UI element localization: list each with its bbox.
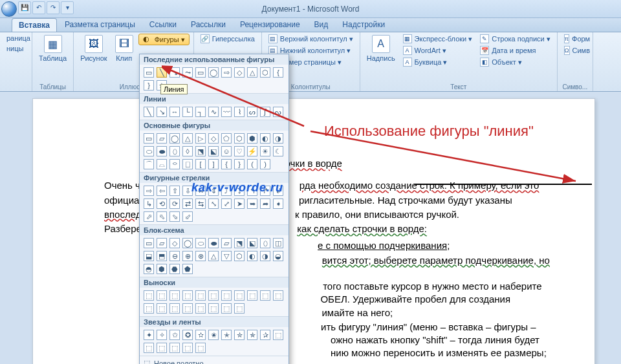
shape-c14[interactable]: ⬚ (169, 303, 180, 314)
shape-scrib2[interactable]: ᔓ (273, 107, 283, 117)
shape-s9[interactable]: ✯ (247, 330, 257, 340)
shape-f6[interactable]: ⬬ (208, 238, 219, 248)
shape-tri[interactable]: △ (247, 67, 257, 78)
page[interactable]: Использование фигуры "линия" ать строчки… (32, 98, 595, 364)
shape-b20[interactable]: ⚡ (247, 146, 257, 156)
shape-b30[interactable]: } (234, 159, 245, 169)
shape-b22[interactable]: ☾ (273, 146, 283, 156)
shape-f7[interactable]: ▱ (221, 238, 232, 248)
shape-b29[interactable]: { (221, 159, 232, 169)
shape-a17[interactable]: ⤡ (208, 198, 219, 209)
clip-button[interactable]: 🎞 Клип (113, 34, 136, 63)
shape-b10[interactable]: ◐ (260, 133, 270, 144)
new-canvas-button[interactable]: ⬚ Новое полотно (140, 356, 289, 364)
shape-c1[interactable]: ⬚ (144, 290, 154, 301)
shape-c18[interactable]: ⬚ (221, 303, 232, 314)
shape-c8[interactable]: ⬚ (234, 290, 245, 301)
shape-f24[interactable]: ⬢ (157, 264, 167, 274)
shape-line[interactable]: ╲ (157, 67, 167, 78)
shape-darrow[interactable]: ↔ (169, 107, 180, 117)
shape-b18[interactable]: ☺ (221, 146, 232, 156)
qat-customize-icon[interactable]: ▾ (61, 1, 74, 14)
office-button[interactable] (1, 1, 17, 17)
shape-a26[interactable]: ⬃ (182, 211, 193, 222)
shape-f9[interactable]: ⬕ (247, 238, 257, 248)
redo-icon[interactable]: ↷ (47, 1, 60, 14)
shape-diamond[interactable]: ◇ (234, 67, 245, 78)
shape-a22[interactable]: ➧ (273, 198, 283, 209)
shape-b11[interactable]: ◑ (273, 133, 283, 144)
dropcap-button[interactable]: AБуквица ▾ (400, 57, 475, 67)
shape-a19[interactable]: ➤ (234, 198, 245, 209)
shape-f13[interactable]: ⬒ (157, 251, 167, 261)
quickparts-button[interactable]: ▦Экспресс-блоки ▾ (400, 34, 475, 44)
undo-icon[interactable]: ↶ (32, 1, 45, 14)
shape-f26[interactable]: ⬟ (182, 264, 193, 274)
shape-a16[interactable]: ⇆ (195, 198, 206, 209)
shape-c13[interactable]: ⬚ (157, 303, 167, 314)
shape-f14[interactable]: ⊖ (169, 251, 180, 261)
shape-c16[interactable]: ⬚ (195, 303, 206, 314)
shape-f10[interactable]: ⬯ (260, 238, 270, 248)
shape-f21[interactable]: ◑ (260, 251, 270, 261)
shape-s10[interactable]: ✰ (260, 330, 270, 340)
shape-c12[interactable]: ⬚ (144, 303, 154, 314)
shape-elbow2[interactable]: ┐ (195, 107, 206, 117)
shapes-button[interactable]: ◐ Фигуры ▾ (138, 34, 190, 45)
shape-f22[interactable]: ◒ (273, 251, 283, 261)
shape-a18[interactable]: ⤢ (221, 198, 232, 209)
shape-free2[interactable]: ᔕ (247, 107, 257, 117)
shape-a3[interactable]: ⇧ (169, 186, 180, 196)
shape-s3[interactable]: ✩ (169, 330, 180, 340)
shape-c4[interactable]: ⬚ (182, 290, 193, 301)
shape-c7[interactable]: ⬚ (221, 290, 232, 301)
shape-f3[interactable]: ◇ (169, 238, 180, 248)
shape-c6[interactable]: ⬚ (208, 290, 219, 301)
shape-s4[interactable]: ✪ (182, 330, 193, 340)
shape-b32[interactable]: ) (260, 159, 270, 169)
shape-c17[interactable]: ⬚ (208, 303, 219, 314)
shape-b23[interactable]: ⌒ (144, 159, 154, 169)
signature-button[interactable]: ✎Строка подписи ▾ (477, 34, 553, 44)
shape-scrib[interactable]: ʃ (260, 107, 270, 117)
shape-b14[interactable]: ⬯ (169, 146, 180, 156)
shape-arrow2[interactable]: ↘ (157, 107, 167, 117)
shape-line2[interactable]: ╲ (144, 107, 154, 117)
shape-b1[interactable]: ▭ (144, 133, 154, 144)
shape-a2[interactable]: ⇦ (157, 186, 167, 196)
picture-button[interactable]: 🖼 Рисунок (78, 34, 110, 63)
shape-a20[interactable]: ➥ (247, 198, 257, 209)
header-button[interactable]: ▤Верхний колонтитул ▾ (266, 34, 356, 44)
shape-s11[interactable]: ⬚ (273, 330, 283, 340)
object-button[interactable]: ◧Объект ▾ (477, 57, 553, 67)
shape-elbow[interactable]: └ (182, 107, 193, 117)
shape-c9[interactable]: ⬚ (247, 290, 257, 301)
shape-f8[interactable]: ⬔ (234, 238, 245, 248)
blank-page-button[interactable]: ницы (4, 44, 28, 53)
datetime-button[interactable]: 📅Дата и время (477, 45, 553, 56)
shape-b9[interactable]: ⬢ (247, 133, 257, 144)
shape-f16[interactable]: ⊗ (195, 251, 206, 261)
shape-b17[interactable]: ⬕ (208, 146, 219, 156)
shape-f4[interactable]: ◯ (182, 238, 193, 248)
shape-a21[interactable]: ➦ (260, 198, 270, 209)
shape-f11[interactable]: ◫ (273, 238, 283, 248)
shape-b8[interactable]: ⬡ (234, 133, 245, 144)
shape-f12[interactable]: ⬓ (144, 251, 154, 261)
shape-c3[interactable]: ⬚ (169, 290, 180, 301)
shape-s15[interactable]: ⬚ (182, 343, 193, 353)
shape-f1[interactable]: ▭ (144, 238, 154, 248)
tab-insert[interactable]: Вставка (12, 18, 57, 32)
wordart-button[interactable]: AWordArt ▾ (400, 45, 475, 56)
shape-a14[interactable]: ⟳ (169, 198, 180, 209)
shape-a24[interactable]: ⬁ (157, 211, 167, 222)
shape-a13[interactable]: ⟲ (157, 198, 167, 209)
shape-b24[interactable]: ⌓ (157, 159, 167, 169)
tab-view[interactable]: Вид (308, 18, 335, 32)
shape-b28[interactable]: ] (208, 159, 219, 169)
table-button[interactable]: ▦ Таблица (36, 34, 69, 63)
shape-f18[interactable]: ▽ (221, 251, 232, 261)
shape-b15[interactable]: ◊ (182, 146, 193, 156)
shape-f5[interactable]: ⬭ (195, 238, 206, 248)
shape-a23[interactable]: ⬀ (144, 211, 154, 222)
